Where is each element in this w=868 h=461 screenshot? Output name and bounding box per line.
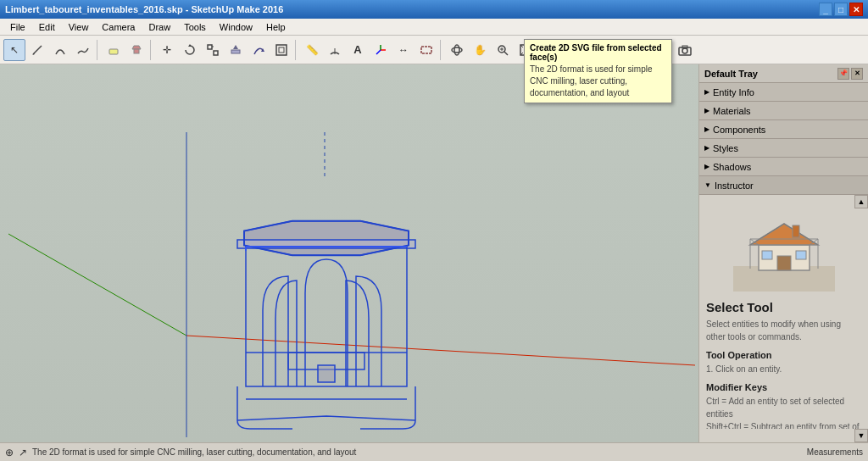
menu-file[interactable]: File [3, 20, 32, 34]
pencil-tool-button[interactable] [26, 39, 48, 61]
tooltip-title: Create 2D SVG file from selected face(s) [530, 43, 666, 62]
menu-help[interactable]: Help [259, 20, 292, 34]
svg-line-16 [376, 50, 381, 54]
scroll-down-button[interactable]: ▼ [854, 429, 868, 442]
paint-tool-button[interactable] [125, 39, 147, 61]
window-title: Limbert_tabouret_inventables_2016.skp - … [5, 4, 283, 14]
minimize-button[interactable]: _ [819, 3, 832, 16]
select-tool-button[interactable]: ↖ [3, 39, 25, 61]
svg-rect-5 [208, 45, 212, 49]
zoom-tool-button[interactable] [492, 39, 514, 61]
right-panel: Default Tray 📌 ✕ ▶ Entity Info ▶ Materia… [698, 64, 868, 442]
arc-tool-button[interactable] [49, 39, 71, 61]
svg-rect-17 [421, 47, 431, 53]
status-bar: ⊕ ↗ The 2D format is used for simple CNC… [0, 442, 868, 461]
instructor-mod-title: Modifier Keys [706, 382, 861, 392]
dimensions-tool-button[interactable]: ↔ [392, 39, 415, 61]
styles-label: Styles [713, 143, 738, 153]
status-icon-info[interactable]: ⊕ [5, 447, 14, 458]
shadows-section[interactable]: ▶ Shadows [699, 158, 868, 176]
rotate-tool-button[interactable] [179, 39, 201, 61]
instructor-title: Select Tool [706, 300, 861, 314]
eraser-tool-button[interactable] [103, 39, 125, 61]
protractor-tool-button[interactable] [324, 39, 346, 61]
maximize-button[interactable]: □ [834, 3, 848, 16]
freehand-tool-button[interactable] [72, 39, 94, 61]
separator-4 [440, 40, 443, 60]
text-tool-button[interactable]: A [347, 39, 369, 61]
svg-rect-11 [276, 45, 287, 55]
separator-3 [295, 40, 298, 60]
instructor-mod-keys: Ctrl = Add an entity to set of selected … [706, 395, 861, 429]
status-icon-arrow[interactable]: ↗ [19, 447, 27, 458]
status-left: ⊕ ↗ The 2D format is used for simple CNC… [5, 447, 356, 458]
tray-pin-button[interactable]: 📌 [837, 68, 849, 80]
instructor-label: Instructor [715, 181, 754, 191]
instructor-desc: Select entities to modify when using oth… [706, 318, 861, 343]
separator-2 [150, 40, 153, 60]
modifier-ctrl: Ctrl = Add an entity to set of selected … [706, 397, 844, 419]
svg-marker-9 [233, 45, 238, 49]
move-tool-button[interactable]: ✛ [156, 39, 178, 61]
scroll-up-button[interactable]: ▲ [854, 195, 868, 208]
svg-rect-8 [231, 50, 240, 53]
followme-tool-button[interactable] [248, 39, 270, 61]
svg-rect-37 [762, 251, 772, 259]
scale-tool-button[interactable] [202, 39, 224, 61]
materials-arrow: ▶ [704, 107, 709, 114]
instructor-op-1: 1. Click on an entity. [706, 363, 861, 375]
svg-rect-36 [777, 256, 791, 270]
entity-info-arrow: ▶ [704, 88, 709, 96]
materials-label: Materials [713, 106, 751, 116]
svg-rect-12 [279, 47, 284, 53]
instructor-op-title: Tool Operation [706, 350, 861, 360]
title-bar-controls: _ □ ✕ [819, 3, 863, 16]
viewport[interactable] [0, 64, 698, 442]
section-tool-button[interactable] [415, 39, 437, 61]
svg-line-21 [504, 52, 508, 55]
menu-tools[interactable]: Tools [177, 20, 213, 34]
menu-draw[interactable]: Draw [142, 20, 177, 34]
orbit-tool-button[interactable] [446, 39, 468, 61]
styles-section[interactable]: ▶ Styles [699, 139, 868, 158]
pan-tool-button[interactable]: ✋ [469, 39, 491, 61]
svg-marker-32 [750, 224, 818, 245]
svg-rect-35 [793, 225, 799, 237]
instructor-panel: Select Tool Select entities to modify wh… [699, 208, 868, 429]
menu-camera[interactable]: Camera [95, 20, 142, 34]
tape-tool-button[interactable]: 📏 [301, 39, 323, 61]
svg-rect-38 [796, 251, 806, 259]
menu-window[interactable]: Window [213, 20, 259, 34]
svg-point-18 [452, 47, 462, 53]
svg-point-28 [682, 48, 687, 53]
menu-bar: File Edit View Camera Draw Tools Window … [0, 19, 868, 36]
default-tray-label: Default Tray [704, 69, 758, 79]
menu-view[interactable]: View [62, 20, 96, 34]
model-canvas [0, 64, 698, 442]
shadows-arrow: ▶ [704, 163, 709, 170]
components-section[interactable]: ▶ Components [699, 120, 868, 139]
title-bar: Limbert_tabouret_inventables_2016.skp - … [0, 0, 868, 19]
svg-rect-6 [214, 51, 218, 55]
close-button[interactable]: ✕ [849, 3, 863, 16]
svg-line-0 [33, 46, 42, 54]
instructor-section[interactable]: ▼ Instructor [699, 176, 868, 195]
axes-tool-button[interactable] [370, 39, 392, 61]
instructor-image [733, 215, 835, 292]
separator-1 [97, 40, 100, 60]
pushpull-tool-button[interactable] [225, 39, 247, 61]
entity-info-label: Entity Info [713, 87, 754, 97]
svg-rect-3 [134, 49, 139, 53]
tray-controls: 📌 ✕ [837, 68, 863, 80]
components-label: Components [713, 125, 765, 135]
camera-tool-button[interactable] [674, 39, 696, 61]
tray-close-button[interactable]: ✕ [851, 68, 863, 80]
shadows-label: Shadows [713, 162, 751, 172]
tooltip-body: The 2D format is used for simple CNC mil… [530, 64, 666, 99]
menu-edit[interactable]: Edit [32, 20, 62, 34]
entity-info-section[interactable]: ▶ Entity Info [699, 83, 868, 102]
materials-section[interactable]: ▶ Materials [699, 102, 868, 120]
toolbar: ↖ ✛ 📏 A ↔ ✋ [0, 36, 868, 64]
instructor-arrow: ▼ [704, 181, 711, 189]
offset-tool-button[interactable] [270, 39, 292, 61]
